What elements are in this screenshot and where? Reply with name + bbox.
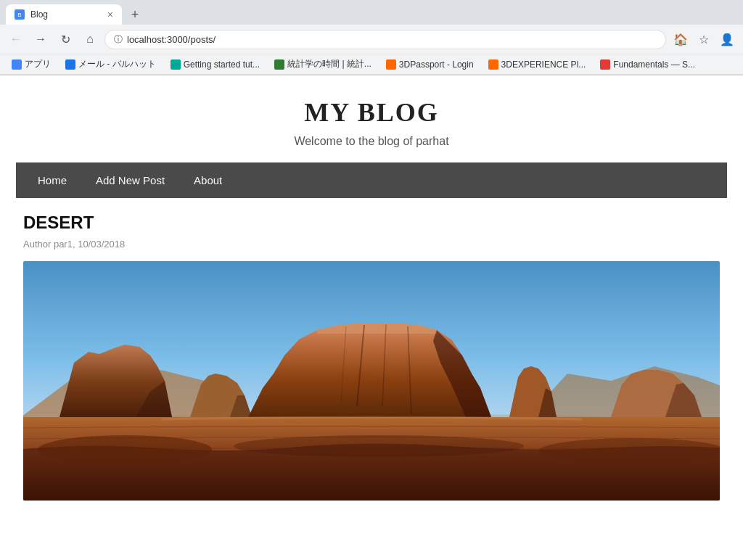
bookmark-stats-icon [274,59,284,70]
reload-button[interactable]: ↻ [55,29,75,49]
blog-container: MY BLOG Welcome to the blog of parhat Ho… [16,75,727,515]
security-icon: ⓘ [114,33,123,46]
back-button[interactable]: ← [6,29,26,49]
blog-navigation: Home Add New Post About [16,162,727,198]
bookmark-apps[interactable]: アプリ [6,56,57,73]
tab-favicon: B [15,9,25,20]
browser-toolbar: ← → ↻ ⌂ ⓘ 🏠 ☆ 👤 [0,25,743,54]
nav-add-new-post[interactable]: Add New Post [81,162,179,198]
blog-header: MY BLOG Welcome to the blog of parhat [16,75,727,162]
address-input[interactable] [127,34,657,45]
forward-button[interactable]: → [30,29,51,49]
bookmark-getting-started-label: Getting started tut... [184,59,260,70]
bookmark-mail[interactable]: メール - バルハット [59,56,162,73]
bookmark-fundamentals-label: Fundamentals — S... [613,59,695,70]
blog-title: MY BLOG [30,97,713,128]
svg-point-8 [234,435,524,457]
bookmark-fundamentals[interactable]: Fundamentals — S... [594,57,701,72]
tab-close-button[interactable]: × [107,9,113,20]
bookmark-getting-started-icon [171,59,181,70]
bookmark-apps-icon [12,59,22,70]
post-title: DESERT [23,213,720,233]
nav-home[interactable]: Home [23,162,81,198]
tab-title: Blog [30,9,102,20]
bookmark-3dexperience-label: 3DEXPERIENCE Pl... [501,59,586,70]
home-button[interactable]: ⌂ [80,29,100,49]
active-tab[interactable]: B Blog × [6,4,122,25]
bookmark-mail-label: メール - バルハット [78,58,156,70]
bookmark-mail-icon [65,59,75,70]
bookmark-button[interactable]: ☆ [694,29,714,49]
bookmark-stats[interactable]: 統計学の時間 | 統計... [268,56,377,73]
nav-about[interactable]: About [179,162,237,198]
bookmark-3dpassport-label: 3DPassport - Login [399,59,474,70]
post-meta: Author par1, 10/03/2018 [23,239,720,250]
toolbar-actions: 🏠 ☆ 👤 [670,29,737,49]
translate-button[interactable]: 🏠 [670,29,691,49]
tab-bar: B Blog × + [0,0,743,25]
bookmark-3dexperience-icon [488,59,498,70]
svg-point-7 [38,435,212,464]
blog-subtitle: Welcome to the blog of parhat [30,135,713,148]
bookmark-stats-label: 統計学の時間 | 統計... [287,58,372,70]
new-tab-button[interactable]: + [125,4,145,25]
svg-point-9 [538,438,720,464]
bookmark-3dpassport-icon [386,59,396,70]
address-bar-container: ⓘ [104,30,666,49]
blog-post: DESERT Author par1, 10/03/2018 [23,213,720,501]
bookmark-fundamentals-icon [600,59,610,70]
bookmark-3dpassport[interactable]: 3DPassport - Login [380,57,480,72]
blog-main: DESERT Author par1, 10/03/2018 [16,198,727,515]
bookmark-apps-label: アプリ [25,58,51,70]
bookmark-3dexperience[interactable]: 3DEXPERIENCE Pl... [483,57,592,72]
profile-button[interactable]: 👤 [717,29,737,49]
desert-image [23,261,720,501]
browser-chrome: B Blog × + ← → ↻ ⌂ ⓘ 🏠 ☆ 👤 アプリ メール - バルハ… [0,0,743,75]
bookmark-getting-started[interactable]: Getting started tut... [165,57,266,72]
post-image-container [23,261,720,501]
bookmarks-bar: アプリ メール - バルハット Getting started tut... 統… [0,54,743,75]
